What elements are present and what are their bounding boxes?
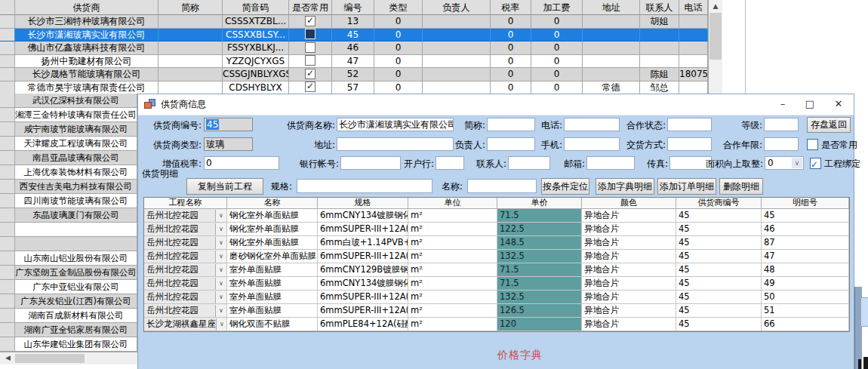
table-row[interactable]: 岳州北控花园∨ 钢化室外单面贴膜 6mmSUPER-III+12A(硅... m…: [144, 223, 849, 236]
row-header[interactable]: [0, 151, 15, 165]
table-row[interactable]: 扬州中勤建材有限公司 YZZQJCYXGS 47 0 0 0: [0, 55, 708, 69]
project-combo[interactable]: 岳州北控花园∨: [144, 304, 227, 318]
col-project[interactable]: 工程名称: [144, 198, 227, 209]
supplier-type-field[interactable]: 玻璃: [204, 137, 253, 151]
list-item[interactable]: 四川南玻节能玻璃有限公司: [0, 194, 137, 208]
list-item[interactable]: 上海优泰装饰材料有限公司: [0, 165, 137, 180]
row-header[interactable]: [0, 108, 15, 122]
row-header[interactable]: [0, 323, 15, 337]
scrollbar-thumb[interactable]: [15, 354, 85, 363]
horizontal-scrollbar[interactable]: ◀: [0, 352, 137, 364]
name-filter-input[interactable]: [467, 179, 537, 193]
cell-price[interactable]: 132.5: [497, 291, 582, 304]
manager-field[interactable]: [487, 137, 535, 151]
col-spec[interactable]: 规格: [318, 198, 408, 209]
project-combo[interactable]: 岳州北控花园∨: [144, 236, 227, 250]
col-tax[interactable]: 税率: [491, 0, 531, 15]
table-row[interactable]: 岳州北控花园∨ 室外单面贴膜 6mmSUPER-III+12A(硅... m² …: [144, 291, 849, 304]
common-checkbox[interactable]: [305, 42, 315, 53]
col-supplier-no[interactable]: 供货商编号: [676, 198, 762, 209]
list-item[interactable]: 南昌亚晶玻璃有限公司: [0, 151, 137, 165]
col-name[interactable]: 名称: [227, 198, 318, 209]
chevron-down-icon[interactable]: ∨: [215, 223, 226, 235]
contact-field[interactable]: [508, 156, 550, 170]
copy-project-button[interactable]: 复制当前工程: [186, 178, 263, 195]
col-common[interactable]: 是否常用: [289, 0, 332, 15]
project-combo[interactable]: 岳州北控花园∨: [144, 250, 227, 263]
row-header[interactable]: [0, 137, 15, 151]
table-row[interactable]: 长沙晟格节能玻璃有限公司 CSSGJNBLYXGS 52 0 0 0 陈姐 18…: [0, 68, 708, 81]
col-detail-no[interactable]: 明细号: [762, 198, 849, 209]
row-header[interactable]: [0, 266, 15, 280]
table-row[interactable]: 长沙市潇湘玻璃实业有限公司 CSSXXBLSY... 45 0 0 0: [0, 29, 708, 42]
row-header[interactable]: [0, 251, 15, 266]
cell-price[interactable]: 120: [497, 318, 582, 331]
list-item[interactable]: 广东坚朗五金制品股份有限公司: [0, 266, 137, 280]
project-combo[interactable]: 岳州北控花园∨: [144, 291, 227, 304]
scrollbar-thumb[interactable]: [709, 13, 722, 60]
row-header[interactable]: [0, 68, 15, 81]
chevron-down-icon[interactable]: ∨: [215, 251, 226, 263]
chevron-down-icon[interactable]: ∨: [216, 318, 227, 331]
row-header[interactable]: [0, 81, 15, 95]
row-header[interactable]: [0, 223, 15, 237]
add-order-detail-button[interactable]: 添加订单明细: [657, 178, 716, 195]
col-contact[interactable]: 联系人: [640, 0, 679, 15]
project-combo[interactable]: 长沙龙湖祺鑫星座∨: [144, 318, 227, 331]
row-header[interactable]: [0, 15, 15, 29]
chevron-down-icon[interactable]: ∨: [215, 237, 226, 249]
list-item[interactable]: 湘潭三金特种玻璃有限责任公司: [0, 108, 137, 122]
row-header[interactable]: [0, 165, 15, 180]
cell-price[interactable]: 148.5: [497, 236, 582, 250]
row-header[interactable]: [0, 280, 15, 294]
delivery-field[interactable]: [667, 137, 712, 151]
cell-price[interactable]: 126.5: [497, 304, 582, 318]
row-header[interactable]: [0, 42, 15, 55]
row-header[interactable]: [0, 122, 15, 137]
col-unit[interactable]: 单位: [408, 198, 497, 209]
cell-price[interactable]: 132.5: [497, 250, 582, 263]
row-header[interactable]: [0, 180, 15, 194]
row-header[interactable]: [0, 237, 15, 251]
common-checkbox[interactable]: [305, 16, 315, 26]
supplier-name-field[interactable]: 长沙市潇湘玻璃实业有限公司: [337, 118, 454, 131]
project-combo[interactable]: 岳州北控花园∨: [144, 209, 227, 223]
row-header[interactable]: [0, 337, 15, 352]
list-item[interactable]: 咸宁南玻节能玻璃有限公司: [0, 122, 137, 137]
bank-account-field[interactable]: [340, 156, 401, 170]
coop-years-field[interactable]: [764, 137, 799, 151]
table-row[interactable]: 岳州北控花园∨ 室外单面贴膜 6mmCNY129B镀膜钢化 m² 71.5 异地…: [144, 263, 849, 277]
project-bind-checkbox[interactable]: [810, 158, 821, 169]
round-up-select[interactable]: 0∨: [765, 156, 804, 170]
close-button[interactable]: ✕: [825, 94, 852, 114]
chevron-down-icon[interactable]: ∨: [215, 264, 226, 276]
cell-price[interactable]: 122.5: [497, 223, 582, 236]
row-header[interactable]: [0, 94, 15, 108]
chevron-down-icon[interactable]: ∨: [215, 278, 226, 290]
common-checkbox[interactable]: [305, 55, 315, 66]
mobile-field[interactable]: [564, 137, 620, 151]
vat-field[interactable]: 0: [204, 156, 279, 170]
locate-button[interactable]: 按条件定位: [541, 178, 589, 195]
list-item[interactable]: 山东南山铝业股份有限公司: [0, 251, 137, 266]
scroll-up-icon[interactable]: ▲: [709, 0, 722, 13]
dialog-titlebar[interactable]: 供货商信息 – □ ✕: [138, 94, 854, 115]
col-supplier[interactable]: 供货商: [15, 0, 159, 15]
col-code[interactable]: 简音码: [223, 0, 289, 15]
save-return-button[interactable]: 存盘返回: [807, 117, 851, 133]
spec-filter-input[interactable]: [297, 179, 432, 193]
supplier-no-field[interactable]: 45: [204, 118, 253, 131]
row-header[interactable]: [0, 309, 15, 323]
col-shortname[interactable]: 简称: [159, 0, 223, 15]
list-item[interactable]: 湖南广亚全铝家居有限公司: [0, 323, 137, 337]
maximize-button[interactable]: □: [796, 94, 823, 114]
list-item[interactable]: [0, 237, 137, 251]
col-no[interactable]: 编号: [332, 0, 374, 15]
list-item[interactable]: 西安佳吉美电力科技有限公司: [0, 180, 137, 194]
chevron-down-icon[interactable]: ∨: [792, 158, 802, 168]
chevron-down-icon[interactable]: ∨: [215, 210, 226, 222]
project-combo[interactable]: 岳州北控花园∨: [144, 277, 227, 291]
table-row[interactable]: 岳州北控花园∨ 钢化室外单面贴膜 6mm白玻+1.14PVB+6mm... m²…: [144, 236, 849, 250]
minimize-button[interactable]: –: [769, 94, 796, 114]
email-field[interactable]: [586, 156, 635, 170]
